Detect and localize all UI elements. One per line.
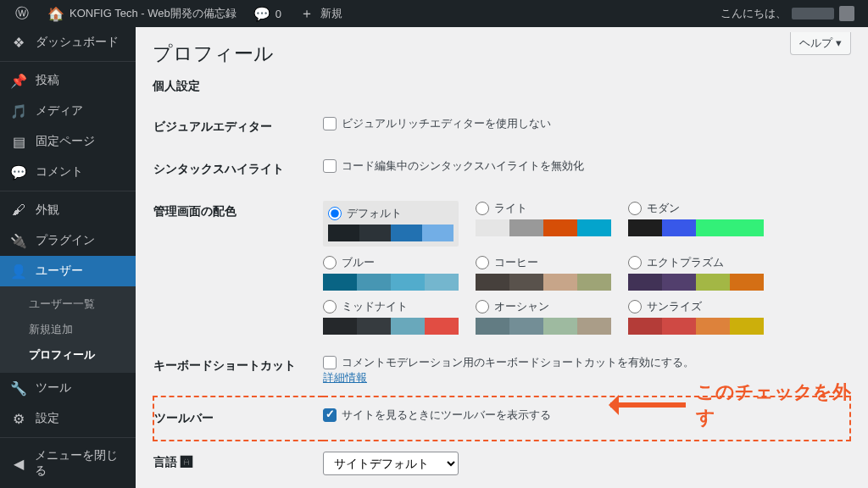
translate-icon: 🅰 bbox=[181, 455, 192, 469]
menu-settings[interactable]: ⚙設定 bbox=[0, 403, 136, 434]
menu-dashboard[interactable]: ❖ダッシュボード bbox=[0, 27, 136, 58]
page-icon: ▤ bbox=[10, 133, 27, 150]
visual-editor-option[interactable]: ビジュアルリッチエディターを使用しない bbox=[323, 116, 842, 131]
language-label: 言語 🅰 bbox=[153, 441, 323, 485]
section-personal: 個人設定 bbox=[153, 79, 851, 94]
shortcuts-option[interactable]: コメントモデレーション用のキーボードショートカットを有効にする。 bbox=[323, 355, 842, 370]
shortcuts-link[interactable]: 詳細情報 bbox=[323, 371, 367, 384]
color-scheme-option[interactable]: ライト bbox=[476, 201, 611, 247]
comment-icon: 💬 bbox=[253, 5, 270, 22]
new-link[interactable]: ＋新規 bbox=[292, 0, 349, 27]
annotation: このチェックを外す bbox=[610, 380, 868, 430]
color-scheme-radio[interactable] bbox=[628, 256, 642, 269]
wrench-icon: 🔧 bbox=[10, 380, 27, 396]
color-scheme-option[interactable]: オーシャン bbox=[476, 299, 611, 335]
color-scheme-radio[interactable] bbox=[476, 256, 489, 269]
menu-pages[interactable]: ▤固定ページ bbox=[0, 126, 136, 157]
color-scheme-option[interactable]: コーヒー bbox=[476, 255, 611, 291]
pin-icon: 📌 bbox=[10, 72, 27, 89]
menu-media[interactable]: 🎵メディア bbox=[0, 96, 136, 126]
username-redacted bbox=[792, 8, 834, 19]
media-icon: 🎵 bbox=[10, 103, 27, 119]
color-scheme-radio[interactable] bbox=[323, 300, 337, 313]
color-scheme-option[interactable]: エクトプラズム bbox=[628, 255, 764, 291]
visual-editor-label: ビジュアルエディター bbox=[153, 106, 323, 148]
shortcuts-label: キーボードショートカット bbox=[153, 345, 323, 396]
admin-sidebar: ❖ダッシュボード 📌投稿 🎵メディア ▤固定ページ 💬コメント 🖌外観 🔌プラグ… bbox=[0, 27, 136, 488]
plugin-icon: 🔌 bbox=[10, 232, 27, 249]
color-scheme-radio[interactable] bbox=[628, 202, 642, 215]
shortcuts-checkbox[interactable] bbox=[323, 356, 337, 369]
color-scheme-radio[interactable] bbox=[323, 256, 337, 269]
help-tab[interactable]: ヘルプ ▾ bbox=[790, 32, 851, 55]
language-select[interactable]: サイトデフォルト bbox=[323, 452, 459, 475]
color-scheme-option[interactable]: ミッドナイト bbox=[323, 299, 459, 335]
syntax-label: シンタックスハイライト bbox=[153, 148, 323, 191]
home-icon: 🏠 bbox=[47, 5, 64, 22]
avatar bbox=[839, 6, 854, 21]
syntax-option[interactable]: コード編集中のシンタックスハイライトを無効化 bbox=[323, 158, 842, 174]
user-icon: 👤 bbox=[10, 263, 27, 280]
menu-appearance[interactable]: 🖌外観 bbox=[0, 195, 136, 225]
color-scheme-radio[interactable] bbox=[476, 300, 489, 313]
site-name-link[interactable]: 🏠KONFIG Tech - Web開発の備忘録 bbox=[41, 0, 243, 27]
submenu-users-all[interactable]: ユーザー一覧 bbox=[0, 291, 136, 317]
main-content: ヘルプ ▾ プロフィール 個人設定 ビジュアルエディター ビジュアルリッチエディ… bbox=[136, 27, 868, 488]
comment-icon: 💬 bbox=[10, 164, 27, 180]
color-scheme-option[interactable]: モダン bbox=[628, 201, 764, 247]
visual-editor-checkbox[interactable] bbox=[323, 117, 337, 130]
color-scheme-option[interactable]: デフォルト bbox=[323, 201, 459, 247]
settings-icon: ⚙ bbox=[10, 410, 27, 427]
color-scheme-radio[interactable] bbox=[476, 202, 489, 215]
wordpress-icon: ⓦ bbox=[14, 5, 31, 22]
menu-plugins[interactable]: 🔌プラグイン bbox=[0, 225, 136, 256]
colors-label: 管理画面の配色 bbox=[153, 191, 323, 345]
wp-logo[interactable]: ⓦ bbox=[7, 0, 37, 27]
color-scheme-option[interactable]: ブルー bbox=[323, 255, 459, 291]
arrow-icon bbox=[610, 402, 686, 408]
page-title: プロフィール bbox=[153, 41, 851, 67]
syntax-checkbox[interactable] bbox=[323, 159, 337, 173]
collapse-icon: ◀ bbox=[10, 455, 26, 472]
submenu-users-add[interactable]: 新規追加 bbox=[0, 317, 136, 342]
menu-users[interactable]: 👤ユーザー bbox=[0, 256, 136, 286]
plus-icon: ＋ bbox=[298, 5, 315, 22]
menu-posts[interactable]: 📌投稿 bbox=[0, 65, 136, 96]
color-scheme-radio[interactable] bbox=[628, 300, 642, 313]
greeting[interactable]: こんにちは、 bbox=[714, 0, 861, 27]
brush-icon: 🖌 bbox=[10, 202, 27, 219]
menu-collapse[interactable]: ◀メニューを閉じる bbox=[0, 441, 136, 485]
site-name: KONFIG Tech - Web開発の備忘録 bbox=[70, 6, 236, 21]
toolbar-label: ツールバー bbox=[153, 396, 323, 441]
toolbar-checkbox[interactable] bbox=[323, 408, 337, 422]
comments-link[interactable]: 💬0 bbox=[247, 0, 288, 27]
dashboard-icon: ❖ bbox=[10, 34, 27, 51]
submenu-users-profile[interactable]: プロフィール bbox=[0, 342, 136, 368]
menu-tools[interactable]: 🔧ツール bbox=[0, 373, 136, 403]
menu-comments[interactable]: 💬コメント bbox=[0, 157, 136, 187]
color-scheme-radio[interactable] bbox=[328, 207, 342, 220]
color-scheme-option[interactable]: サンライズ bbox=[628, 299, 764, 335]
